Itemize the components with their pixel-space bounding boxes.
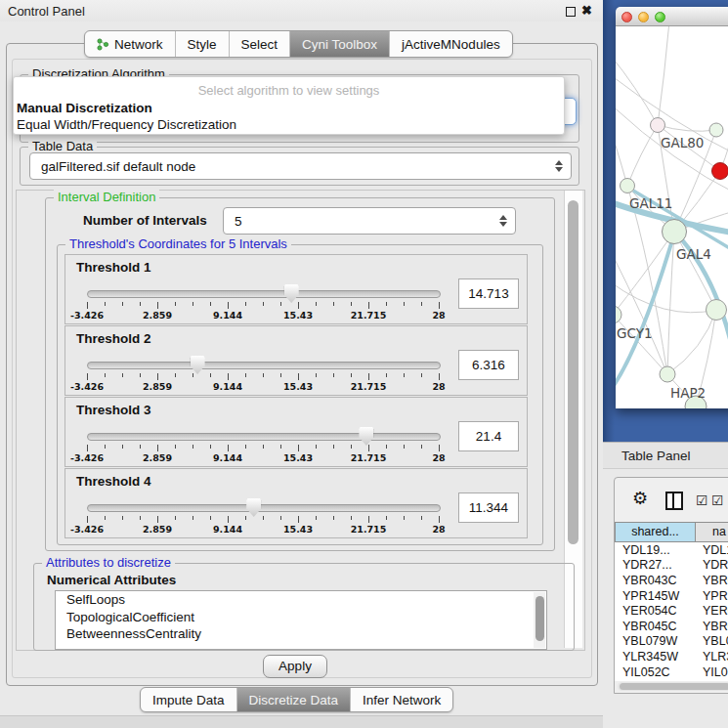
tab-select[interactable]: Select — [230, 31, 291, 57]
threshold-1-value-field[interactable]: 14.713 — [458, 278, 519, 309]
numerical-attributes-list[interactable]: SelfLoopsTopologicalCoefficientBetweenne… — [55, 590, 547, 650]
threshold-3-slider[interactable] — [87, 433, 441, 441]
slider-ticks — [87, 516, 439, 524]
threshold-2-slider[interactable] — [87, 362, 441, 369]
tab-impute-data[interactable]: Impute Data — [141, 688, 237, 711]
node-table: shared... na YDL19...YDL1YDR27...YDR2YBR… — [615, 522, 728, 681]
network-icon — [97, 38, 109, 51]
slider-handle[interactable] — [284, 284, 299, 303]
number-of-intervals-combobox[interactable]: 5 — [223, 207, 516, 235]
network-graph: GAL80 GA C GAL11 GAL4 GCY1 H HAP2 — [616, 26, 728, 408]
column-view-icon[interactable] — [665, 492, 683, 510]
node-label: GCY1 — [617, 325, 653, 341]
threshold-1-box: Threshold 1 -3.4262.8599.14415.4321.7152… — [64, 254, 528, 324]
mac-zoom-button[interactable] — [655, 12, 665, 22]
node-label: HAP2 — [670, 385, 706, 401]
attribute-item[interactable]: SelfLoops — [56, 591, 546, 609]
scale-tick-label: 21.715 — [351, 381, 387, 392]
scale-tick-label: 21.715 — [351, 310, 387, 321]
threshold-label: Threshold 3 — [76, 403, 151, 417]
threshold-3-box: Threshold 3 -3.4262.8599.14415.4321.7152… — [64, 397, 528, 467]
node-label: GAL11 — [629, 195, 672, 211]
network-window-titlebar[interactable] — [616, 7, 728, 26]
dropdown-option-equal-width[interactable]: Equal Width/Frequency Discretization — [17, 117, 236, 132]
table-row[interactable]: YER054CYER0 — [615, 603, 728, 619]
scale-tick-label: -3.426 — [70, 452, 104, 463]
scale-tick-label: 2.859 — [143, 381, 172, 392]
list-scrollbar-track[interactable] — [534, 592, 545, 648]
threshold-1-slider[interactable] — [87, 290, 441, 298]
scale-tick-label: 28 — [432, 452, 445, 463]
dropdown-option-manual[interactable]: Manual Discretization — [17, 101, 152, 115]
column-header-shared-name[interactable]: shared... — [615, 522, 696, 542]
slider-handle[interactable] — [191, 356, 205, 374]
table-row[interactable]: YIL052CYIL0 — [615, 664, 728, 680]
scale-tick-label: 15.43 — [283, 524, 313, 535]
vertical-scrollbar-thumb[interactable] — [568, 200, 578, 544]
checkbox-icon[interactable]: ☑ — [696, 492, 708, 508]
table-data-combobox[interactable]: galFiltered.sif default node — [29, 152, 572, 180]
attribute-item[interactable]: TopologicalCoefficient — [56, 609, 546, 626]
node-hap2 — [660, 366, 675, 382]
tab-label: Network — [114, 32, 163, 57]
table-panel-title: Table Panel — [621, 449, 691, 463]
node-selected-red — [712, 163, 728, 180]
tab-discretize-data[interactable]: Discretize Data — [237, 688, 352, 711]
horizontal-scrollbar-track[interactable] — [618, 682, 728, 691]
slider-handle[interactable] — [359, 427, 373, 446]
node-gal80 — [651, 118, 665, 133]
mac-close-button[interactable] — [621, 12, 632, 22]
scale-tick-label: 9.144 — [213, 452, 242, 463]
slider-ticks — [87, 445, 439, 452]
attribute-item[interactable]: BetweennessCentrality — [56, 625, 546, 643]
node-h — [707, 300, 727, 321]
panel-title: Control Panel — [8, 4, 85, 19]
horizontal-scrollbar-thumb[interactable] — [620, 683, 728, 690]
slider-handle[interactable] — [246, 498, 261, 517]
threshold-2-box: Threshold 2 -3.4262.8599.14415.4321.7152… — [64, 325, 528, 396]
table-row[interactable]: YBR045CYBR0 — [615, 619, 728, 634]
table-row[interactable]: YDR27...YDR2 — [615, 558, 728, 574]
network-canvas[interactable]: GAL80 GA C GAL11 GAL4 GCY1 H HAP2 — [616, 26, 728, 408]
stepper-arrows-icon — [552, 160, 566, 172]
table-row[interactable]: YBL079WYBL0 — [615, 634, 728, 650]
checkbox-icon[interactable]: ☑ — [711, 492, 724, 508]
float-window-icon[interactable] — [566, 7, 576, 17]
threshold-label: Threshold 1 — [76, 260, 151, 275]
apply-button[interactable]: Apply — [263, 655, 327, 678]
threshold-3-value-field[interactable]: 21.4 — [458, 421, 519, 451]
tab-cyni-toolbox[interactable]: Cyni Toolbox — [290, 31, 390, 57]
threshold-label: Threshold 2 — [76, 331, 151, 346]
table-header-row: shared... na — [615, 522, 728, 542]
threshold-2-value-field[interactable]: 6.316 — [458, 350, 519, 380]
slider-scale-labels: -3.4262.8599.14415.4321.71528 — [87, 524, 439, 535]
threshold-4-slider[interactable] — [87, 504, 441, 512]
gear-icon[interactable]: ⚙ — [632, 488, 648, 508]
slider-scale-labels: -3.4262.8599.14415.4321.71528 — [87, 310, 439, 321]
table-panel-titlebar: Table Panel — [603, 442, 728, 469]
threshold-label: Threshold 4 — [76, 474, 151, 489]
tab-infer-network[interactable]: Infer Network — [351, 688, 452, 711]
top-tab-bar: Network Style Select Cyni Toolbox jActiv… — [84, 30, 513, 58]
mac-minimize-button[interactable] — [638, 12, 649, 22]
table-row[interactable]: YDL19...YDL1 — [615, 542, 728, 558]
dropdown-hint: Select algorithm to view settings — [14, 83, 564, 98]
node-gal11 — [621, 179, 635, 193]
table-data-value: galFiltered.sif default node — [30, 159, 552, 174]
column-header-name[interactable]: na — [696, 522, 728, 542]
stepper-arrows-icon — [496, 215, 510, 227]
table-row[interactable]: YPR145WYPR1 — [615, 588, 728, 604]
table-row[interactable]: YBR043CYBR0 — [615, 573, 728, 588]
scale-tick-label: 9.144 — [213, 381, 242, 392]
node-table-body: YDL19...YDL1YDR27...YDR2YBR043CYBR0YPR14… — [615, 542, 728, 679]
list-scrollbar-thumb[interactable] — [535, 596, 544, 641]
tab-style[interactable]: Style — [176, 31, 230, 57]
scale-tick-label: 28 — [432, 524, 445, 535]
threshold-4-value-field[interactable]: 11.344 — [458, 492, 519, 523]
tab-jactivemnodules[interactable]: jActiveMNodules — [390, 31, 512, 57]
tab-network[interactable]: Network — [85, 31, 176, 57]
close-icon[interactable]: ✖ — [581, 3, 592, 18]
table-row[interactable]: YLR345WYLR3 — [615, 649, 728, 664]
group-title: Threshold's Coordinates for 5 Intervals — [65, 236, 291, 251]
bottom-tab-bar: Impute Data Discretize Data Infer Networ… — [140, 687, 453, 712]
